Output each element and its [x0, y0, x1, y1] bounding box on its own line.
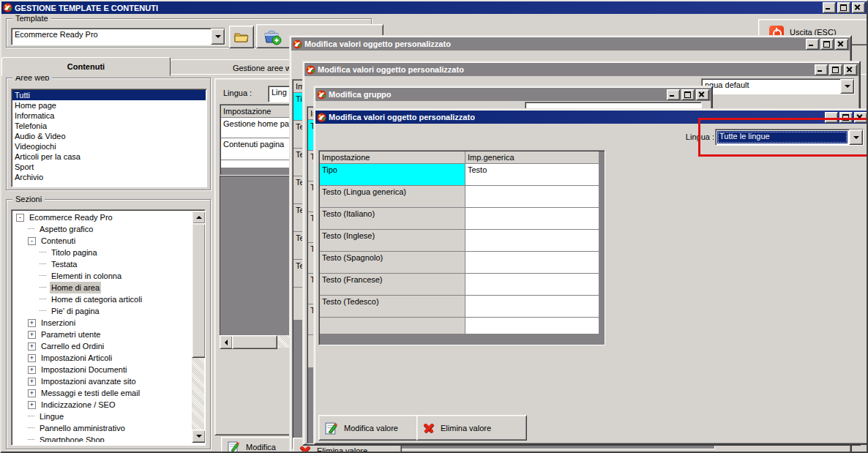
close-button[interactable] — [854, 112, 867, 123]
tree-item[interactable]: +Parametri utente — [13, 329, 191, 340]
tree-item[interactable]: +Impostazioni Articoli — [13, 352, 191, 364]
scrollbar-thumb[interactable] — [232, 335, 277, 349]
tab-contenuti-label: Contenuti — [67, 62, 105, 71]
dialog-b-lingua-arrow[interactable] — [840, 79, 854, 94]
aree-web-list[interactable]: TuttiHome pageInformaticaTelefoniaAudio … — [11, 89, 207, 187]
setting-value-cell[interactable] — [465, 186, 599, 207]
template-combobox-arrow[interactable] — [211, 29, 225, 45]
tree-item[interactable]: -Contenuti — [13, 235, 191, 247]
expand-icon[interactable]: + — [28, 354, 36, 362]
sezioni-groupbox: Sezioni -Ecommerce Ready ProAspetto graf… — [6, 199, 211, 449]
list-item[interactable]: Home page — [12, 100, 206, 111]
maximize-button[interactable] — [681, 89, 695, 100]
scroll-left-button[interactable] — [220, 335, 233, 349]
maximize-button[interactable] — [829, 64, 842, 75]
tree-item[interactable]: +Messaggi e testi delle email — [13, 387, 191, 399]
tree-item[interactable]: Titolo pagina — [13, 247, 191, 258]
scroll-down-button[interactable] — [192, 430, 206, 443]
expand-icon[interactable]: + — [28, 401, 36, 409]
tree-item[interactable]: Testata — [13, 258, 191, 270]
tree-item[interactable]: -Ecommerce Ready Pro — [13, 211, 191, 223]
tree-item[interactable]: Pie' di pagina — [13, 305, 191, 317]
tree-item[interactable]: +Impostazioni avanzate sito — [13, 375, 191, 387]
dialog-d-lingua-combobox[interactable]: Tutte le lingue — [715, 129, 864, 146]
setting-name-cell[interactable]: Tipo — [320, 164, 465, 185]
tree-item[interactable]: Elementi in colonna — [13, 270, 191, 282]
tree-item[interactable]: +Inserzioni — [13, 317, 191, 329]
setting-name-cell[interactable]: Testo (Francese) — [320, 274, 465, 295]
close-button[interactable] — [696, 89, 709, 100]
expand-icon[interactable]: + — [28, 378, 36, 386]
dialog-d-lingua-arrow[interactable] — [849, 130, 863, 145]
minimize-button[interactable] — [806, 39, 819, 50]
list-item[interactable]: Articoli per la casa — [12, 151, 206, 162]
setting-value-cell[interactable] — [465, 252, 599, 273]
expand-icon[interactable]: + — [28, 342, 36, 351]
setting-name-cell[interactable]: Testo (Spagnolo) — [320, 252, 465, 273]
minimize-button[interactable] — [667, 89, 680, 100]
expand-icon[interactable]: + — [28, 366, 36, 374]
minimize-button[interactable] — [825, 112, 838, 123]
close-button[interactable] — [835, 39, 848, 50]
elimina-valore-button[interactable]: Elimina valore — [416, 415, 527, 441]
expand-icon[interactable]: + — [28, 389, 36, 397]
open-template-button[interactable] — [229, 26, 254, 48]
setting-name-cell[interactable]: Testo (Tedesco) — [320, 296, 465, 317]
sezioni-scrollbar[interactable] — [192, 211, 204, 443]
tree-item-label: Pannello amministrativo — [38, 422, 127, 434]
tree-item[interactable]: Smartphone Shop — [13, 434, 191, 442]
scrollbar-thumb[interactable] — [192, 223, 206, 358]
minimize-icon — [826, 113, 834, 121]
tree-item-label: Messaggi e testi delle email — [40, 387, 141, 399]
tree-item[interactable]: Home di categoria articoli — [13, 293, 191, 305]
dialog-b-lingua-combobox[interactable]: ngua default — [701, 78, 855, 94]
setting-value-cell[interactable] — [465, 208, 599, 229]
dialog-d-table[interactable]: ImpostazioneImp.genericaTipoTestoTesto (… — [318, 150, 605, 345]
sezioni-tree[interactable]: -Ecommerce Ready ProAspetto grafico-Cont… — [13, 211, 191, 442]
list-item[interactable]: Telefonia — [12, 121, 206, 131]
tree-item[interactable]: Aspetto grafico — [13, 223, 191, 235]
close-button[interactable] — [844, 64, 857, 75]
template-group-label: Template — [12, 14, 51, 23]
minimize-button[interactable] — [815, 64, 828, 75]
setting-value-cell[interactable] — [465, 230, 599, 251]
tab-contenuti[interactable]: Contenuti — [1, 57, 171, 76]
template-combobox-value: Ecommerce Ready Pro — [12, 29, 211, 45]
setting-name-cell[interactable]: Testo (Lingua generica) — [320, 186, 465, 207]
expand-icon[interactable]: + — [28, 331, 36, 339]
maximize-button[interactable] — [820, 39, 834, 50]
dialog-b-titlebar: Modifica valori oggetto personalizzato — [304, 63, 858, 76]
setting-value-cell[interactable] — [465, 274, 599, 295]
close-button[interactable] — [852, 2, 865, 13]
list-item[interactable]: Archivio — [12, 172, 206, 182]
maximize-button[interactable] — [837, 2, 850, 13]
collapse-icon[interactable]: - — [28, 237, 36, 245]
list-item[interactable]: Sport — [12, 162, 206, 172]
list-item[interactable]: Informatica — [12, 111, 206, 121]
collapse-icon[interactable]: - — [16, 214, 24, 222]
list-item[interactable]: Videogiochi — [12, 141, 206, 151]
app-icon — [317, 90, 326, 100]
chevron-down-icon — [845, 85, 850, 88]
tree-item[interactable]: Pannello amministrativo — [13, 422, 191, 434]
close-icon — [845, 65, 853, 73]
expand-icon[interactable]: + — [28, 319, 36, 327]
setting-name-cell[interactable]: Testo (Italiano) — [320, 208, 465, 229]
tree-item[interactable]: +Impostazioni Documenti — [13, 364, 191, 375]
tree-item[interactable]: Home di area — [13, 282, 191, 293]
list-item[interactable]: Audio & Video — [12, 131, 206, 141]
tree-item[interactable]: +Indicizzazione / SEO — [13, 399, 191, 411]
setting-name-cell[interactable]: Testo (Inglese) — [320, 230, 465, 251]
tree-item[interactable]: +Carrello ed Ordini — [13, 340, 191, 352]
template-combobox[interactable]: Ecommerce Ready Pro — [11, 28, 225, 45]
scroll-up-button[interactable] — [192, 211, 206, 224]
tree-item-label: Testata — [50, 258, 78, 270]
list-item[interactable]: Tutti — [12, 90, 206, 100]
tree-item[interactable]: Lingue — [13, 411, 191, 422]
setting-value-cell[interactable]: Testo — [465, 164, 599, 185]
setting-value-cell[interactable] — [465, 296, 599, 317]
tree-item-label: Carrello ed Ordini — [40, 340, 105, 352]
maximize-button[interactable] — [839, 112, 853, 123]
modifica-valore-button[interactable]: Modifica valore — [318, 415, 427, 441]
minimize-button[interactable] — [823, 2, 836, 13]
